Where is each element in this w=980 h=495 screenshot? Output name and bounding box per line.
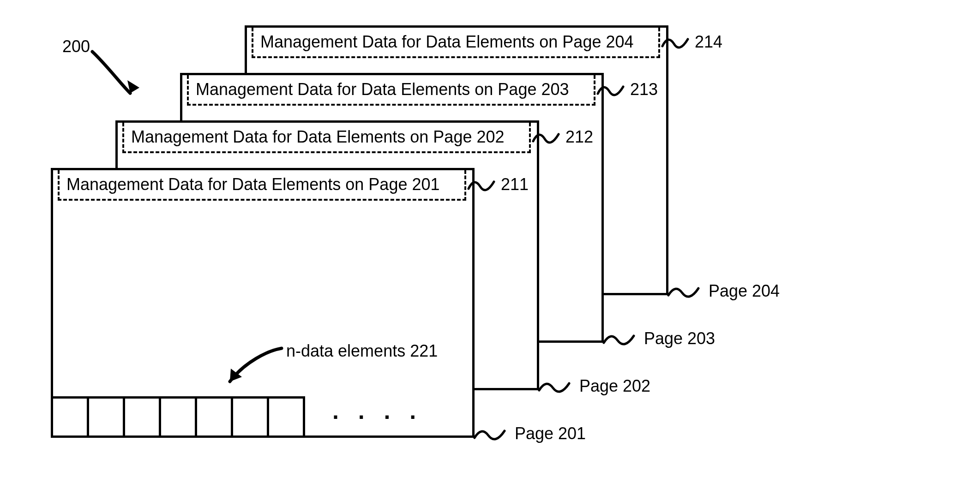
mgmt-ref-204: 214: [695, 32, 722, 52]
page-label-203: Page 203: [644, 329, 715, 348]
page-lead-203: [604, 331, 641, 359]
n-data-elements-arrow: [222, 344, 286, 390]
mgmt-box-204: Management Data for Data Elements on Pag…: [252, 28, 660, 58]
mgmt-ref-202: 212: [565, 127, 593, 147]
mgmt-lead-202: [531, 127, 563, 146]
n-data-elements-label: n-data elements 221: [286, 341, 438, 361]
data-element-cell: [233, 396, 269, 435]
page-lead-204: [668, 284, 705, 311]
data-elements-row: [53, 396, 305, 435]
mgmt-text-202: Management Data for Data Elements on Pag…: [131, 127, 505, 146]
mgmt-lead-203: [595, 80, 628, 98]
mgmt-text-201: Management Data for Data Elements on Pag…: [66, 175, 440, 194]
mgmt-text-204: Management Data for Data Elements on Pag…: [260, 32, 634, 51]
mgmt-box-203: Management Data for Data Elements on Pag…: [187, 75, 595, 106]
figure-ref-arrow: [88, 46, 143, 97]
mgmt-box-201: Management Data for Data Elements on Pag…: [58, 170, 466, 201]
page-lead-201: [475, 426, 511, 454]
data-element-cell: [197, 396, 233, 435]
data-element-cell: [161, 396, 197, 435]
diagram-canvas: 200 Management Data for Data Elements on…: [0, 0, 980, 495]
data-element-cell: [125, 396, 161, 435]
ellipsis-dots: · · · ·: [332, 404, 422, 430]
page-label-201: Page 201: [515, 424, 586, 443]
page-label-202: Page 202: [579, 376, 650, 396]
data-element-cell: [53, 396, 89, 435]
page-lead-202: [539, 379, 576, 406]
figure-ref-label: 200: [62, 37, 90, 56]
page-label-204: Page 204: [709, 281, 780, 301]
mgmt-lead-201: [466, 175, 499, 193]
data-element-cell: [269, 396, 305, 435]
mgmt-lead-204: [660, 32, 692, 51]
mgmt-box-202: Management Data for Data Elements on Pag…: [122, 123, 531, 153]
mgmt-text-203: Management Data for Data Elements on Pag…: [196, 80, 569, 99]
data-element-cell: [89, 396, 125, 435]
mgmt-ref-203: 213: [630, 80, 658, 99]
mgmt-ref-201: 211: [501, 175, 529, 194]
